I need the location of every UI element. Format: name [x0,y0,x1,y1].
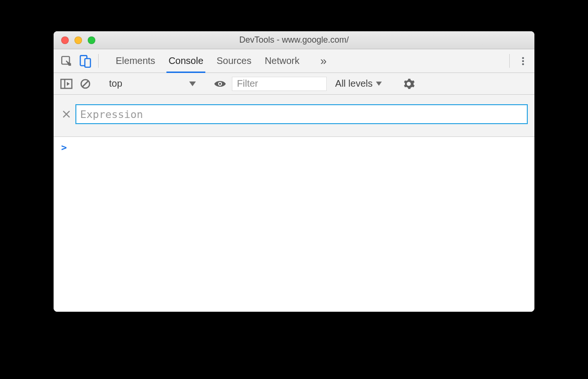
clear-console-button[interactable] [78,77,92,91]
svg-point-16 [407,82,410,85]
sidebar-toggle-icon [60,78,73,90]
console-settings-button[interactable] [402,77,416,91]
console-toolbar: top All levels [54,73,534,95]
svg-rect-7 [61,79,72,88]
live-expression-toggle[interactable] [213,77,227,91]
window-zoom-button[interactable] [88,36,95,44]
tabs: Elements Console Sources Network » [101,49,507,72]
close-icon [63,110,70,118]
tab-label: Sources [217,55,251,66]
expression-input[interactable] [75,104,528,124]
gear-icon [403,78,415,90]
more-options-button[interactable] [515,56,531,66]
titlebar: DevTools - www.google.com/ [54,31,534,49]
devtools-window: DevTools - www.google.com/ Elements Cons… [54,31,534,312]
caret-down-icon [189,81,196,87]
filter-input[interactable] [232,77,327,91]
tab-network[interactable]: Network [265,49,299,72]
traffic-lights [54,36,95,44]
svg-marker-9 [67,82,70,86]
tab-label: Console [168,55,203,66]
tabbar-left-tools [54,49,96,72]
tab-elements[interactable]: Elements [116,49,155,72]
svg-point-6 [522,63,524,65]
main-tabbar: Elements Console Sources Network » [54,49,534,73]
window-minimize-button[interactable] [74,36,82,44]
tab-console[interactable]: Console [168,49,203,72]
divider [98,54,99,68]
caret-down-icon [376,81,382,86]
tabs-overflow-button[interactable]: » [313,49,334,72]
svg-marker-15 [376,81,382,86]
chevron-right-double-icon: » [321,54,327,68]
context-label: top [109,78,122,89]
live-expression-bar [54,95,534,137]
svg-marker-12 [189,81,196,86]
context-selector[interactable]: top [104,78,201,89]
inspect-element-icon[interactable] [60,55,73,67]
device-toggle-icon[interactable] [79,54,92,68]
svg-line-11 [83,81,88,87]
close-expression-button[interactable] [61,109,72,119]
eye-icon [213,79,227,89]
window-title: DevTools - www.google.com/ [54,35,534,45]
tab-sources[interactable]: Sources [217,49,251,72]
divider [509,54,510,68]
kebab-icon [518,56,528,66]
levels-label: All levels [335,78,373,89]
window-close-button[interactable] [61,36,69,44]
tab-label: Network [265,55,299,66]
svg-rect-3 [85,58,91,67]
tab-label: Elements [116,55,155,66]
console-output[interactable]: > [54,137,534,312]
console-prompt-caret: > [61,142,67,153]
no-entry-icon [80,78,91,90]
svg-point-14 [219,82,221,84]
svg-point-4 [522,57,524,59]
svg-point-5 [522,60,524,62]
toggle-sidebar-button[interactable] [59,77,74,91]
log-levels-selector[interactable]: All levels [331,78,386,89]
